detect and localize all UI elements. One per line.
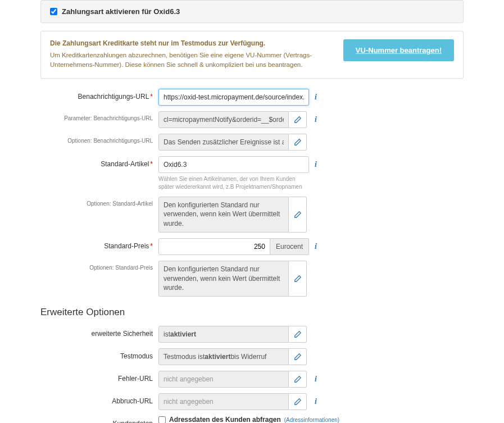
info-icon[interactable]: i [312,371,319,384]
pencil-icon [294,138,302,146]
ext-security-label: erweiterte Sicherheit [40,326,158,338]
pencil-icon [294,116,302,124]
error-url-input [158,371,289,388]
address-checkbox-label: Adressdaten des Kunden abfragen [169,416,281,423]
testmode-label: Testmodus [40,348,158,360]
address-checkbox[interactable] [158,416,166,423]
std-article-opts-value: Den konfigurierten Standard nur verwende… [158,197,289,233]
edit-button[interactable] [289,348,307,365]
notify-opts-input [158,134,289,151]
std-price-opts-value: Den konfigurierten Standard nur verwende… [158,261,289,297]
edit-button[interactable] [289,326,307,343]
customer-data-label: Kundendaten [40,416,158,423]
std-article-opts-label: Optionen: Standard-Artikel [40,197,158,207]
notify-params-input [158,111,289,128]
address-info-link[interactable]: (Adressinformationen) [284,417,339,423]
activate-panel: Zahlungsart aktivieren für Oxid6.3 [40,0,464,23]
testmode-value: Testmodus ist aktiviert bis Widerruf [158,348,289,365]
notify-url-input[interactable] [158,89,309,106]
ext-security-value: ist aktiviert [158,326,289,343]
edit-button[interactable] [289,261,307,297]
price-unit: Eurocent [270,238,309,255]
abort-url-input [158,393,289,410]
edit-button[interactable] [289,111,307,128]
edit-button[interactable] [289,371,307,388]
std-article-label: Standard-Artikel* [40,156,158,168]
std-price-label: Standard-Preis* [40,238,158,250]
advanced-heading: Erweiterte Optionen [40,307,464,318]
notify-opts-label: Optionen: Benachrichtigungs-URL [40,134,158,144]
edit-button[interactable] [289,197,307,233]
std-article-input[interactable] [158,156,309,173]
info-icon[interactable]: i [312,111,319,124]
info-warning: Die Zahlungsart Kreditkarte steht nur im… [50,39,335,47]
info-body: Um Kreditkartenzahlungen abzurechnen, be… [50,52,312,68]
std-price-input[interactable] [158,238,270,255]
error-url-label: Fehler-URL [40,371,158,383]
pencil-icon [294,375,302,383]
std-article-hint: Wählen Sie einen Artikelnamen, der von I… [158,175,309,191]
activate-checkbox[interactable] [50,8,57,15]
info-icon[interactable]: i [312,238,319,251]
info-icon[interactable]: i [312,393,319,406]
pencil-icon [294,353,302,361]
activate-label: Zahlungsart aktivieren für Oxid6.3 [62,7,180,16]
notify-url-label: Benachrichtigungs-URL* [40,89,158,101]
pencil-icon [294,330,302,338]
info-icon[interactable]: i [312,156,319,169]
info-icon[interactable]: i [312,89,319,102]
edit-button[interactable] [289,134,307,151]
abort-url-label: Abbruch-URL [40,393,158,405]
pencil-icon [294,398,302,406]
std-price-opts-label: Optionen: Standard-Preis [40,261,158,271]
info-panel: Die Zahlungsart Kreditkarte steht nur im… [40,31,464,79]
notify-params-label: Parameter: Benachrichtigungs-URL [40,111,158,121]
vu-number-button[interactable]: VU-Nummer beantragen! [343,39,454,61]
pencil-icon [294,275,302,283]
pencil-icon [294,211,302,219]
edit-button[interactable] [289,393,307,410]
